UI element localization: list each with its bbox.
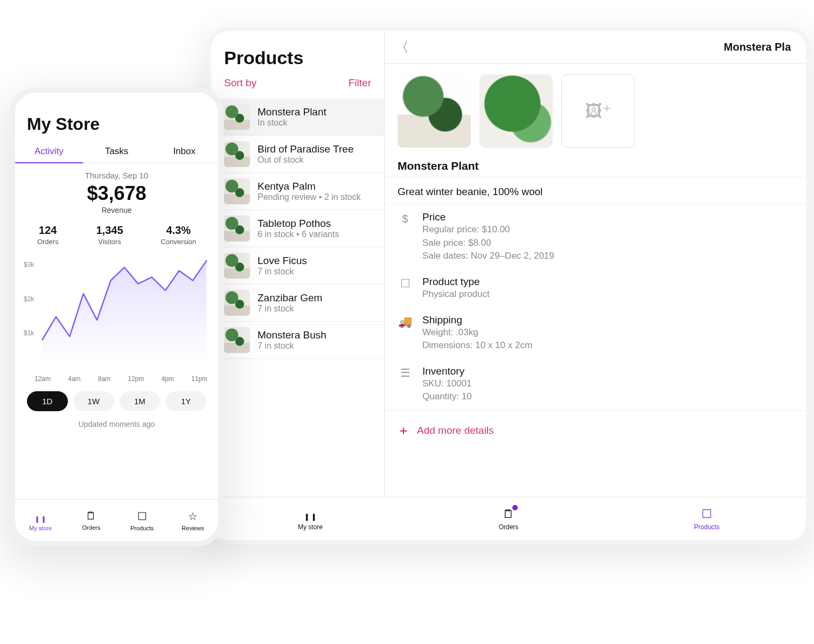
- product-row-status: 7 in stock: [258, 304, 322, 314]
- product-row-name: Tabletop Pothos: [258, 218, 339, 230]
- chart-ylabel: $3k: [24, 261, 34, 268]
- attr-price[interactable]: $ Price Regular price: $10.00 Sale price…: [385, 205, 806, 269]
- phone-app: My Store ActivityTasksInbox Thursday, Se…: [15, 93, 218, 541]
- kpi-label: Conversion: [161, 238, 196, 246]
- tab-inbox[interactable]: Inbox: [150, 139, 218, 163]
- back-button[interactable]: 〈: [391, 38, 413, 57]
- attr-shipping-heading: Shipping: [422, 314, 532, 326]
- tab-tasks[interactable]: Tasks: [83, 139, 151, 163]
- bars-icon: ╻╻: [303, 507, 317, 521]
- product-row-status: 7 in stock: [258, 267, 307, 276]
- product-name: Monstera Plant: [385, 152, 806, 177]
- tabbar-products[interactable]: ☐Products: [608, 497, 806, 540]
- attr-shipping-line-0: Weight: .03kg: [422, 326, 532, 340]
- product-row-name: Zanzibar Gem: [258, 292, 322, 304]
- range-1w[interactable]: 1W: [73, 391, 114, 411]
- attr-inventory-line-0: SKU: 10001: [422, 377, 472, 391]
- box-icon: ☐: [137, 510, 147, 523]
- product-row[interactable]: Bird of Paradise TreeOut of stock: [211, 136, 384, 173]
- product-thumb: [224, 141, 250, 167]
- revenue-summary: Thursday, Sep 10 $3,678 Revenue: [15, 163, 218, 216]
- sort-button[interactable]: Sort by: [224, 77, 256, 89]
- kpi-conversion: 4.3%Conversion: [161, 224, 196, 246]
- range-selector: 1D1W1M1Y: [15, 386, 218, 414]
- tabbar-label: Products: [694, 523, 719, 531]
- product-row-name: Monstera Plant: [258, 106, 326, 118]
- range-1m[interactable]: 1M: [120, 391, 161, 411]
- attr-price-line-2: Sale dates: Nov 29–Dec 2, 2019: [422, 250, 554, 263]
- product-row[interactable]: Monstera PlantIn stock: [211, 99, 384, 136]
- attr-type-line-0: Physical product: [422, 288, 490, 301]
- product-row[interactable]: Zanzibar Gem7 in stock: [211, 285, 384, 322]
- note-icon: 🗒: [86, 510, 96, 522]
- product-row-status: 7 in stock: [258, 341, 326, 351]
- tabbar-reviews[interactable]: ☆Reviews: [168, 500, 218, 541]
- product-row-name: Love Ficus: [258, 255, 307, 267]
- product-description: Great winter beanie, 100% wool: [385, 177, 806, 204]
- chart-xlabel: 4am: [68, 375, 80, 383]
- chart-xlabel: 12am: [34, 375, 51, 383]
- product-row-status: In stock: [258, 118, 326, 128]
- chevron-left-icon: 〈: [395, 39, 409, 55]
- add-more-details-label: Add more details: [417, 425, 494, 437]
- product-row-status: 6 in stock • 6 variants: [258, 230, 339, 239]
- kpi-value: 1,345: [96, 224, 123, 237]
- list-controls: Sort by Filter: [211, 72, 384, 99]
- chart-xlabel: 11pm: [191, 375, 207, 383]
- top-tabs: ActivityTasksInbox: [15, 139, 218, 163]
- kpi-row: 124Orders1,345Visitors4.3%Conversion: [15, 216, 218, 250]
- product-thumb: [224, 327, 250, 353]
- product-row[interactable]: Love Ficus7 in stock: [211, 247, 384, 285]
- gallery-image-2[interactable]: [479, 74, 553, 148]
- attr-product-type[interactable]: ☐ Product type Physical product: [385, 269, 806, 308]
- tablet-device: Products Sort by Filter Monstera PlantIn…: [207, 27, 810, 544]
- attr-inventory-line-1: Quantity: 10: [422, 390, 472, 404]
- summary-value: $3,678: [15, 182, 218, 205]
- gallery-image-1[interactable]: [398, 74, 471, 148]
- product-list[interactable]: Monstera PlantIn stockBird of Paradise T…: [211, 99, 384, 497]
- tabbar-my-store[interactable]: ╻╻My store: [15, 500, 66, 541]
- attr-price-line-0: Regular price: $10.00: [422, 223, 554, 237]
- product-attributes: $ Price Regular price: $10.00 Sale price…: [385, 204, 806, 410]
- kpi-value: 124: [37, 224, 59, 237]
- product-row[interactable]: Kentya PalmPending review • 2 in stock: [211, 173, 384, 210]
- tablet-body: Products Sort by Filter Monstera PlantIn…: [211, 31, 806, 497]
- tabbar-my-store[interactable]: ╻╻My store: [211, 497, 409, 540]
- updated-text: Updated moments ago: [15, 414, 218, 432]
- revenue-chart[interactable]: $1k$2k$3k: [24, 254, 210, 373]
- attr-inventory[interactable]: ☰ Inventory SKU: 10001 Quantity: 10: [385, 359, 806, 410]
- kpi-value: 4.3%: [161, 224, 196, 237]
- tab-activity[interactable]: Activity: [15, 139, 83, 163]
- range-1d[interactable]: 1D: [27, 391, 68, 411]
- add-image-button[interactable]: 🖼⁺: [561, 74, 635, 148]
- product-detail-pane: 〈 Monstera Pla 🖼⁺ Monstera Plant Great w…: [385, 31, 806, 497]
- checklist-icon: ☰: [400, 366, 411, 379]
- attr-price-line-1: Sale price: $8.00: [422, 237, 554, 250]
- chart-xlabel: 8am: [98, 375, 110, 383]
- product-thumb: [224, 290, 250, 316]
- summary-date: Thursday, Sep 10: [15, 171, 218, 180]
- product-row-name: Monstera Bush: [258, 329, 326, 341]
- tabbar-orders[interactable]: 🗒Orders: [66, 500, 116, 541]
- tabbar-orders[interactable]: 🗒Orders: [409, 497, 608, 540]
- product-row[interactable]: Tabletop Pothos6 in stock • 6 variants: [211, 210, 384, 247]
- products-title: Products: [224, 47, 371, 68]
- filter-button[interactable]: Filter: [349, 77, 371, 89]
- add-more-details-button[interactable]: ＋ Add more details: [385, 410, 806, 446]
- attr-shipping[interactable]: 🚚 Shipping Weight: .03kg Dimensions: 10 …: [385, 308, 806, 359]
- detail-header: 〈 Monstera Pla: [385, 31, 806, 64]
- tablet-app: Products Sort by Filter Monstera PlantIn…: [211, 31, 806, 540]
- product-row[interactable]: Monstera Bush7 in stock: [211, 322, 384, 359]
- product-thumb: [224, 104, 250, 130]
- range-1y[interactable]: 1Y: [165, 391, 206, 411]
- product-gallery: 🖼⁺: [385, 64, 806, 152]
- chart-xlabel: 4pm: [161, 375, 173, 383]
- tabbar-label: Orders: [82, 524, 101, 531]
- phone-device: My Store ActivityTasksInbox Thursday, Se…: [10, 87, 224, 546]
- kpi-label: Orders: [37, 238, 59, 246]
- tabbar-label: Orders: [499, 523, 519, 531]
- tabbar-label: Reviews: [182, 525, 204, 531]
- tabbar-products[interactable]: ☐Products: [117, 500, 168, 541]
- tabbar-label: Products: [130, 525, 154, 531]
- product-row-status: Pending review • 2 in stock: [258, 192, 360, 202]
